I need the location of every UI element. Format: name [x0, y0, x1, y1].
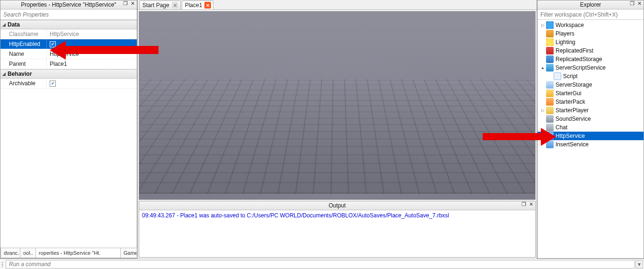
folder-y-icon	[546, 90, 554, 97]
expand-arrow-icon[interactable]: ▷	[539, 23, 546, 27]
undock-icon[interactable]: ❐	[520, 201, 527, 207]
tree-node[interactable]: InsertService	[538, 140, 644, 149]
explorer-panel: Explorer ❐ ✕ ▷WorkspacePlayersLightingRe…	[537, 0, 644, 259]
tree-node-label: HttpService	[556, 133, 585, 139]
undock-icon[interactable]: ❐	[122, 0, 129, 7]
tree-node[interactable]: HttpService	[538, 132, 644, 140]
gear-icon	[546, 64, 554, 72]
tree-node[interactable]: ▲ServerScriptService	[538, 63, 644, 72]
tree-node[interactable]: ▷Workspace	[538, 21, 644, 29]
tree-node[interactable]: Script	[538, 72, 644, 81]
globe-icon	[546, 21, 554, 29]
properties-panel: Properties - HttpService "HttpService" ❐…	[0, 0, 137, 259]
script-icon	[554, 72, 561, 80]
close-icon[interactable]: ✕	[172, 2, 178, 9]
expand-arrow-icon[interactable]: ▲	[539, 65, 546, 70]
viewport-3d[interactable]	[139, 11, 536, 200]
chevron-down-icon: ◢	[2, 72, 6, 76]
tree-node-label: ServerScriptService	[556, 64, 606, 71]
bulb-icon	[546, 38, 554, 46]
tree-node[interactable]: SoundService	[538, 115, 644, 123]
tree-node-label: Players	[556, 30, 574, 37]
checkbox[interactable]: ✔	[50, 41, 56, 47]
command-bar: ▾	[0, 259, 644, 269]
properties-title-bar[interactable]: Properties - HttpService "HttpService" ❐…	[0, 0, 137, 9]
tree-node[interactable]: StarterGui	[538, 89, 644, 98]
speaker-icon	[546, 115, 554, 123]
tree-node-label: ReplicatedFirst	[556, 47, 593, 54]
tree-node[interactable]: StarterPack	[538, 98, 644, 106]
drag-grip-icon[interactable]	[0, 261, 5, 268]
tab-label: Place1	[185, 2, 203, 9]
output-line[interactable]: 09:49:43.267 - Place1 was auto-saved to …	[142, 212, 532, 219]
command-history-dropdown[interactable]: ▾	[635, 260, 643, 269]
property-row[interactable]: Archivable✔	[0, 79, 137, 89]
tree-node-label: ServerStorage	[556, 81, 592, 88]
properties-search-input[interactable]	[0, 9, 137, 20]
document-tab[interactable]: Place1✕	[182, 0, 214, 9]
close-icon[interactable]: ✕	[204, 2, 211, 9]
tree-node-label: StarterPlayer	[556, 107, 589, 114]
output-panel: Output ❐ ✕ 09:49:43.267 - Place1 was aut…	[139, 201, 536, 258]
chevron-down-icon: ◢	[2, 22, 6, 27]
explorer-title: Explorer	[580, 1, 601, 8]
expand-arrow-icon[interactable]: ▷	[539, 108, 546, 113]
checkbox[interactable]: ✔	[50, 81, 56, 87]
property-value[interactable]: ✔	[47, 39, 137, 49]
dock-tab[interactable]: roperties - HttpService "Ht.	[35, 248, 121, 258]
box-blue-icon	[546, 55, 554, 63]
dock-tab[interactable]: ool..	[20, 248, 36, 258]
folder-o-icon	[546, 98, 554, 106]
tree-node-label: StarterGui	[556, 90, 582, 97]
property-name: Parent	[0, 59, 47, 69]
tree-node-label: Lighting	[556, 39, 575, 45]
output-title-bar[interactable]: Output ❐ ✕	[139, 201, 535, 210]
explorer-tree: ▷WorkspacePlayersLightingReplicatedFirst…	[538, 20, 644, 258]
cube-icon	[546, 132, 554, 140]
properties-title: Properties - HttpService "HttpService"	[21, 1, 116, 8]
close-icon[interactable]: ✕	[130, 0, 136, 7]
docking-tabs: dvanc.ool..roperties - HttpService "Ht.G…	[0, 248, 137, 258]
property-group-header[interactable]: ◢Behavior	[0, 69, 137, 79]
document-tabbar: Start Page✕Place1✕	[138, 0, 537, 10]
property-value[interactable]: HttpService	[47, 49, 137, 59]
tree-node[interactable]: Lighting	[538, 38, 644, 46]
folder-b-icon	[546, 107, 554, 114]
tree-node[interactable]: ReplicatedStorage	[538, 55, 644, 63]
tree-node[interactable]: Players	[538, 29, 644, 38]
property-row[interactable]: NameHttpService	[0, 49, 137, 59]
tree-node[interactable]: ServerStorage	[538, 81, 644, 89]
tree-node-label: Script	[563, 73, 578, 80]
cloud-icon	[546, 81, 554, 89]
property-value[interactable]: Place1	[47, 59, 137, 69]
dock-tab[interactable]: dvanc.	[0, 248, 20, 258]
property-group-header[interactable]: ◢Data	[0, 20, 137, 29]
tree-node-label: Workspace	[556, 22, 584, 28]
tab-label: Start Page	[142, 2, 169, 9]
property-name: ClassName	[0, 29, 47, 39]
dock-tab[interactable]: Game	[120, 248, 137, 258]
property-row[interactable]: ParentPlace1	[0, 59, 137, 69]
undock-icon[interactable]: ❐	[629, 0, 635, 7]
document-tab[interactable]: Start Page✕	[139, 0, 181, 9]
property-value[interactable]: ✔	[47, 79, 137, 88]
close-icon[interactable]: ✕	[636, 0, 643, 7]
explorer-filter-input[interactable]	[538, 9, 644, 20]
command-input[interactable]	[6, 260, 635, 269]
users-icon	[546, 30, 554, 37]
close-icon[interactable]: ✕	[528, 201, 534, 207]
tree-node[interactable]: Chat	[538, 123, 644, 132]
tree-node[interactable]: ReplicatedFirst	[538, 46, 644, 55]
tree-node-label: ReplicatedStorage	[556, 56, 602, 63]
tree-node-label: Chat	[556, 124, 567, 131]
output-body[interactable]: 09:49:43.267 - Place1 was auto-saved to …	[139, 210, 535, 257]
group-name: Behavior	[8, 71, 32, 77]
box-red-icon	[546, 47, 554, 54]
explorer-title-bar[interactable]: Explorer ❐ ✕	[538, 0, 644, 9]
properties-body: ◢DataClassNameHttpServiceHttpEnabled✔Nam…	[0, 20, 137, 248]
property-row[interactable]: HttpEnabled✔	[0, 39, 137, 49]
tree-node[interactable]: ▷StarterPlayer	[538, 106, 644, 115]
property-row[interactable]: ClassNameHttpService	[0, 29, 137, 39]
tree-node-label: SoundService	[556, 116, 591, 122]
group-name: Data	[8, 21, 20, 28]
